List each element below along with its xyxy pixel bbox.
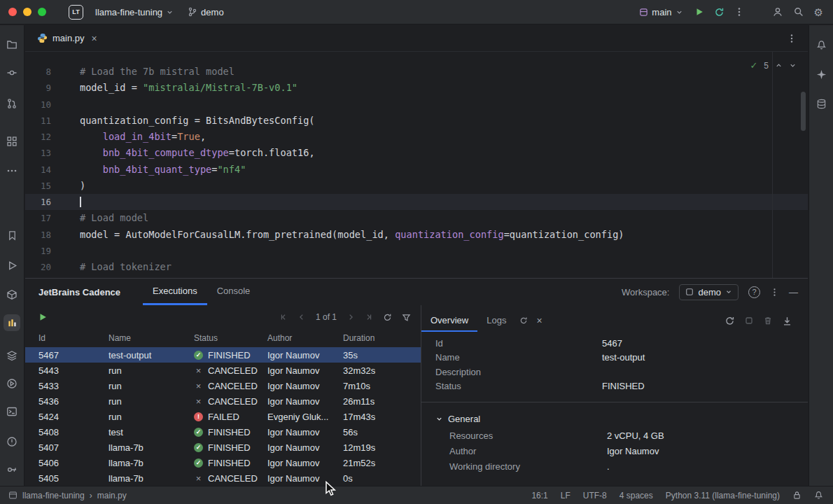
last-page-icon[interactable]	[365, 313, 373, 321]
rerun-execution-icon[interactable]	[724, 316, 735, 326]
project-tool-icon[interactable]	[4, 36, 20, 53]
structure-tool-icon[interactable]	[4, 133, 20, 150]
line-number[interactable]: 12	[25, 129, 51, 145]
column-duration[interactable]: Duration	[343, 333, 421, 343]
next-problem-chevron-icon[interactable]	[789, 62, 797, 69]
line-number[interactable]: 11	[25, 113, 51, 129]
tab-options-kebab-icon[interactable]	[787, 34, 797, 43]
table-row[interactable]: 5433 run × CANCELED Igor Naumov 7m10s	[25, 378, 421, 393]
close-details-icon[interactable]: ×	[536, 316, 542, 326]
download-logs-icon[interactable]	[782, 316, 792, 326]
editor-scrollbar[interactable]	[801, 92, 806, 131]
delete-execution-icon[interactable]	[763, 316, 773, 326]
cadence-tool-icon[interactable]	[4, 314, 20, 331]
next-page-icon[interactable]	[346, 313, 355, 321]
column-status[interactable]: Status	[194, 333, 267, 343]
vcs-log-tool-icon[interactable]	[4, 461, 20, 478]
line-ending[interactable]: LF	[561, 491, 570, 500]
line-number[interactable]: 10	[25, 97, 51, 113]
notifications-tool-icon[interactable]	[813, 36, 830, 53]
run-configuration-selector[interactable]: main	[638, 4, 684, 20]
line-number[interactable]: 14	[25, 162, 51, 178]
close-tab-icon[interactable]: ×	[92, 33, 97, 44]
notifications-bell-icon[interactable]	[814, 491, 823, 500]
table-row[interactable]: 5408 test ✓ FINISHED Igor Naumov 56s	[25, 424, 421, 440]
prev-problem-chevron-icon[interactable]	[775, 62, 783, 69]
first-page-icon[interactable]	[279, 313, 288, 321]
stop-execution-icon[interactable]	[744, 316, 754, 326]
indent-style[interactable]: 4 spaces	[620, 491, 653, 500]
zoom-window-button[interactable]	[38, 8, 46, 16]
breadcrumb-file[interactable]: main.py	[97, 491, 127, 500]
code-line[interactable]: 13 bnb_4bit_compute_dtype=torch.float16,	[25, 145, 808, 161]
help-icon[interactable]: ?	[748, 286, 760, 298]
code-line[interactable]: 11 quantization_config = BitsAndBytesCon…	[25, 113, 808, 129]
column-author[interactable]: Author	[267, 333, 343, 343]
database-tool-icon[interactable]	[813, 95, 830, 112]
lock-icon[interactable]	[792, 491, 802, 500]
commit-tool-icon[interactable]	[4, 64, 20, 81]
code-line[interactable]: 20 # Load tokenizer	[25, 259, 808, 275]
python-interpreter[interactable]: Python 3.11 (llama-fine-tuning)	[666, 491, 780, 500]
line-number[interactable]: 18	[25, 227, 51, 243]
start-execution-button[interactable]	[38, 312, 48, 322]
code-line[interactable]: 14 bnb_4bit_quant_type="nf4"	[25, 162, 808, 178]
run-button[interactable]	[694, 7, 704, 17]
line-number[interactable]: 16	[25, 194, 51, 210]
ai-assistant-tool-icon[interactable]	[813, 66, 830, 83]
file-encoding[interactable]: UTF-8	[583, 491, 607, 500]
line-number[interactable]: 19	[25, 243, 51, 259]
tab-console[interactable]: Console	[207, 279, 260, 305]
column-id[interactable]: Id	[38, 333, 108, 343]
tab-overview[interactable]: Overview	[421, 309, 477, 332]
line-number[interactable]: 20	[25, 259, 51, 275]
table-row[interactable]: 5405 llama-7b × CANCELED Igor Naumov 0s	[25, 470, 421, 486]
rerun-icon[interactable]	[714, 7, 724, 18]
workspace-selector[interactable]: demo	[679, 284, 738, 300]
column-name[interactable]: Name	[108, 333, 194, 343]
more-tool-windows-icon[interactable]	[4, 162, 20, 179]
close-window-button[interactable]	[8, 8, 17, 16]
sync-details-icon[interactable]	[519, 316, 528, 325]
terminal-tool-icon[interactable]	[4, 403, 20, 420]
tab-executions[interactable]: Executions	[143, 279, 207, 305]
project-switcher[interactable]: llama-fine-tuning	[90, 4, 178, 20]
line-number[interactable]: 8	[25, 64, 51, 80]
tool-window-options-kebab-icon[interactable]	[770, 288, 779, 297]
table-row[interactable]: 5406 llama-7b ✓ FINISHED Igor Naumov 21m…	[25, 455, 421, 470]
filter-icon[interactable]	[402, 313, 411, 322]
code-line[interactable]: 12 load_in_4bit=True,	[25, 129, 808, 145]
line-number[interactable]: 15	[25, 178, 51, 194]
code-line[interactable]: 9 model_id = "mistralai/Mistral-7B-v0.1"	[25, 80, 808, 96]
prev-page-icon[interactable]	[298, 313, 306, 321]
bookmarks-tool-icon[interactable]	[4, 227, 20, 244]
minimize-window-button[interactable]	[23, 8, 31, 16]
table-row[interactable]: 5407 llama-7b ✓ FINISHED Igor Naumov 12m…	[25, 440, 421, 455]
code-line[interactable]: 16	[25, 194, 808, 210]
run-anything-tool-icon[interactable]	[4, 375, 20, 392]
search-icon[interactable]	[793, 6, 804, 18]
code-editor[interactable]: 8 # Load the 7b mistral model 9 model_id…	[25, 52, 808, 278]
table-row[interactable]: 5436 run × CANCELED Igor Naumov 26m11s	[25, 393, 421, 409]
inspections-widget[interactable]: ✓ 5	[750, 60, 797, 71]
hide-tool-window-icon[interactable]: —	[789, 288, 798, 297]
general-section-header[interactable]: General	[421, 410, 808, 428]
settings-gear-icon[interactable]: ⚙	[814, 7, 823, 18]
breadcrumb-project[interactable]: llama-fine-tuning	[22, 491, 85, 500]
line-number[interactable]: 13	[25, 145, 51, 161]
table-row[interactable]: 5424 run ! FAILED Evgeniy Gluk... 17m43s	[25, 409, 421, 424]
services-tool-icon[interactable]	[4, 347, 20, 364]
problems-tool-icon[interactable]	[4, 433, 20, 450]
user-account-icon[interactable]	[772, 6, 783, 18]
table-row[interactable]: 5443 run × CANCELED Igor Naumov 32m32s	[25, 363, 421, 378]
python-packages-tool-icon[interactable]	[4, 286, 20, 303]
caret-position[interactable]: 16:1	[531, 491, 547, 500]
line-number[interactable]: 17	[25, 210, 51, 226]
table-row[interactable]: 5467 test-output ✓ FINISHED Igor Naumov …	[25, 347, 421, 363]
editor-tab-main-py[interactable]: main.py ×	[25, 25, 104, 51]
pull-requests-tool-icon[interactable]	[4, 95, 20, 112]
code-line[interactable]: 18 model = AutoModelForCausalLM.from_pre…	[25, 227, 808, 243]
code-line[interactable]: 19	[25, 243, 808, 259]
tab-logs[interactable]: Logs	[477, 309, 515, 332]
vcs-branch-widget[interactable]: demo	[183, 4, 229, 20]
